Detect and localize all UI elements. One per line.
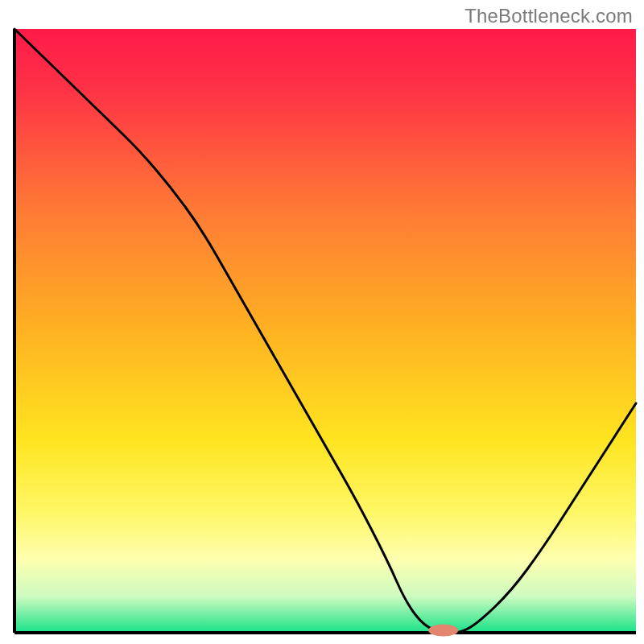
chart-svg	[0, 0, 644, 644]
optimal-point-marker	[428, 625, 458, 637]
bottleneck-chart: TheBottleneck.com	[0, 0, 644, 644]
watermark-text: TheBottleneck.com	[464, 5, 633, 27]
